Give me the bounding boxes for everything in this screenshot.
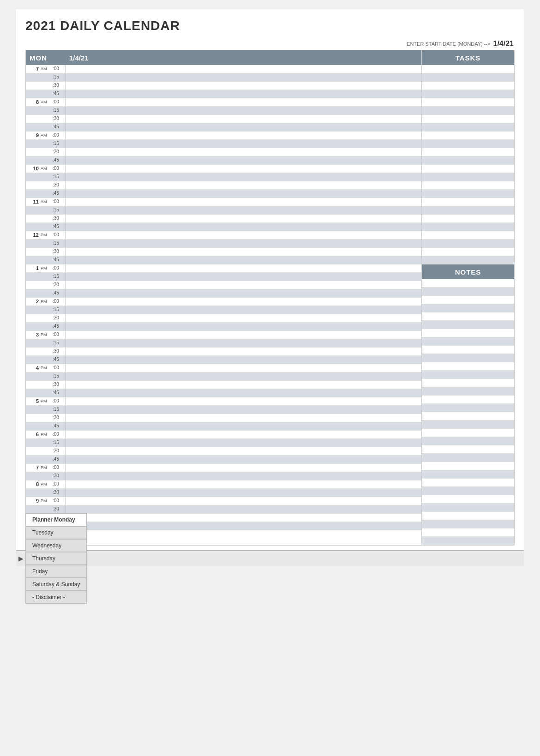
note-row[interactable] <box>422 537 514 545</box>
event-area[interactable] <box>66 181 421 189</box>
event-area[interactable] <box>66 372 421 380</box>
note-row[interactable] <box>422 304 514 312</box>
event-area[interactable] <box>66 73 421 81</box>
event-area[interactable] <box>66 148 421 156</box>
event-area[interactable] <box>66 281 421 289</box>
event-area[interactable] <box>66 339 421 347</box>
time-row[interactable]: :30 <box>26 181 421 190</box>
note-row[interactable] <box>422 512 514 520</box>
task-row[interactable] <box>422 156 514 165</box>
note-row[interactable] <box>422 387 514 396</box>
note-row[interactable] <box>422 437 514 445</box>
event-area[interactable] <box>66 140 421 148</box>
note-row[interactable] <box>422 312 514 321</box>
event-area[interactable] <box>66 431 421 438</box>
task-row[interactable] <box>422 82 514 90</box>
note-row[interactable] <box>422 362 514 371</box>
event-area[interactable] <box>66 223 421 231</box>
event-area[interactable] <box>66 115 421 123</box>
time-row[interactable]: :15 <box>26 372 421 381</box>
event-area[interactable] <box>66 198 421 206</box>
event-area[interactable] <box>66 439 421 447</box>
time-row[interactable]: :15 <box>26 339 421 348</box>
event-area[interactable] <box>66 456 421 463</box>
time-row[interactable]: 6PM:00 <box>26 431 421 439</box>
time-row[interactable]: :45 <box>26 190 421 198</box>
time-row[interactable]: 7PM:00 <box>26 464 421 472</box>
task-row[interactable] <box>422 240 514 248</box>
note-row[interactable] <box>422 454 514 462</box>
event-area[interactable] <box>66 231 421 239</box>
time-row[interactable]: :15 <box>26 273 421 281</box>
note-row[interactable] <box>422 288 514 296</box>
time-row[interactable]: :45 <box>26 289 421 298</box>
task-row[interactable] <box>422 148 514 156</box>
time-row[interactable]: :30 <box>26 505 421 514</box>
event-area[interactable] <box>66 323 421 330</box>
time-row[interactable]: 10AM:00 <box>26 165 421 173</box>
event-area[interactable] <box>66 356 421 364</box>
time-row[interactable]: 1PM:00 <box>26 264 421 273</box>
time-row[interactable]: 8PM:00 <box>26 480 421 489</box>
event-area[interactable] <box>66 497 421 505</box>
event-area[interactable] <box>66 82 421 90</box>
time-row[interactable]: :15 <box>26 306 421 314</box>
tab-thursday[interactable]: Thursday <box>25 552 87 565</box>
time-row[interactable]: 5PM:00 <box>26 397 421 406</box>
task-row[interactable] <box>422 65 514 73</box>
time-row[interactable]: 4PM:00 <box>26 364 421 372</box>
event-area[interactable] <box>66 505 421 513</box>
event-area[interactable] <box>66 264 421 272</box>
note-row[interactable] <box>422 462 514 470</box>
task-row[interactable] <box>422 198 514 206</box>
event-area[interactable] <box>66 298 421 306</box>
task-row[interactable] <box>422 107 514 115</box>
event-area[interactable] <box>66 389 421 397</box>
time-row[interactable]: :30 <box>26 115 421 123</box>
note-row[interactable] <box>422 479 514 487</box>
time-row[interactable]: :15 <box>26 439 421 447</box>
event-area[interactable] <box>66 90 421 98</box>
time-row[interactable]: 11AM:00 <box>26 198 421 206</box>
start-date-value[interactable]: 1/4/21 <box>493 40 514 48</box>
event-area[interactable] <box>66 107 421 114</box>
task-row[interactable] <box>422 132 514 140</box>
note-row[interactable] <box>422 296 514 304</box>
event-area[interactable] <box>66 156 421 164</box>
note-row[interactable] <box>422 412 514 420</box>
time-row[interactable]: 8AM:00 <box>26 98 421 107</box>
time-row[interactable]: :15 <box>26 140 421 148</box>
time-row[interactable]: :30 <box>26 314 421 323</box>
time-row[interactable]: :45 <box>26 223 421 231</box>
event-area[interactable] <box>66 289 421 297</box>
note-row[interactable] <box>422 420 514 429</box>
event-area[interactable] <box>66 472 421 480</box>
time-row[interactable]: :45 <box>26 90 421 98</box>
task-row[interactable] <box>422 206 514 215</box>
note-row[interactable] <box>422 337 514 346</box>
time-row[interactable]: :45 <box>26 323 421 331</box>
tab-planner-monday[interactable]: Planner Monday <box>25 513 87 526</box>
time-row[interactable]: :45 <box>26 422 421 431</box>
time-row[interactable]: 7AM:00 <box>26 65 421 73</box>
event-area[interactable] <box>66 464 421 472</box>
note-row[interactable] <box>422 445 514 454</box>
task-row[interactable] <box>422 173 514 181</box>
time-row[interactable]: 3PM:00 <box>26 331 421 339</box>
task-row[interactable] <box>422 140 514 148</box>
event-area[interactable] <box>66 256 421 264</box>
event-area[interactable] <box>66 248 421 256</box>
event-area[interactable] <box>66 364 421 372</box>
event-area[interactable] <box>66 331 421 339</box>
tab-prev-arrow[interactable]: ▶ <box>16 555 25 562</box>
time-row[interactable]: :15 <box>26 107 421 115</box>
time-row[interactable]: :45 <box>26 356 421 364</box>
event-area[interactable] <box>66 348 421 355</box>
note-row[interactable] <box>422 279 514 288</box>
event-area[interactable] <box>66 422 421 430</box>
note-row[interactable] <box>422 495 514 504</box>
event-area[interactable] <box>66 273 421 281</box>
note-row[interactable] <box>422 520 514 528</box>
time-row[interactable]: :45 <box>26 456 421 464</box>
tab-saturday--sunday[interactable]: Saturday & Sunday <box>25 578 87 591</box>
